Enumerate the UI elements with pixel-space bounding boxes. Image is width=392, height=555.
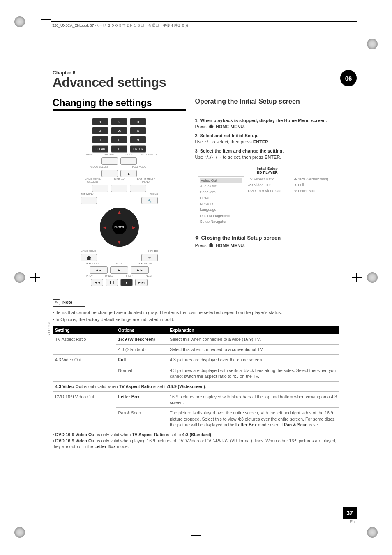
remote-key-rev: ◄◄ [90, 266, 108, 274]
ui-panel: Initial SetupBD PLAYER Video Out Audio O… [195, 164, 339, 229]
panel-left-7: Setup Navigator [200, 219, 242, 224]
panel-mid-1: 4:3 Video Out [248, 182, 291, 188]
r3-setting: 4:3 Video Out [53, 355, 116, 382]
nav-left-icon: ◄ [102, 224, 107, 230]
footnote-1: • DVD 16:9 Video Out is only valid when … [53, 432, 339, 438]
remote-key-3: 3 [130, 118, 146, 125]
remote-lbl-2nd: SECONDARY [141, 153, 158, 156]
remote-key-1: 1 [92, 118, 108, 125]
closing-press: Press [195, 243, 208, 248]
remote-lbl-disp: DISPLAY [107, 178, 131, 183]
print-metadata: 320_UXJCA_EN.book 37 ページ ２００９年２月１３日 金曜日 … [51, 23, 189, 28]
r5-option: Letter Box [116, 392, 168, 408]
note-icon: ✎ [53, 299, 60, 305]
r5-setting: DVD 16:9 Video Out [53, 392, 116, 430]
note-label: Note [62, 300, 72, 305]
step1-num: 1 [195, 118, 197, 123]
remote-key-0: 0 [111, 145, 127, 153]
r2-exp: Select this when connected to a conventi… [167, 345, 339, 355]
note-bullet-2: In Options, the factory default settings… [53, 316, 339, 323]
r4-exp: 4:3 pictures are displayed with vertical… [167, 365, 339, 381]
inter-note-a: 4:3 Video Out is only valid when TV Aspe… [53, 381, 339, 391]
nav-down-icon: ▼ [117, 239, 122, 245]
remote-key-stop: ■ [120, 279, 133, 286]
step1-home: HOME MENU [214, 124, 244, 129]
step1-text: When playback is stopped, display the Ho… [200, 118, 327, 123]
remote-lbl-fwd: ►► / ►FWD [134, 262, 158, 265]
crop-mark-br [367, 527, 378, 538]
remote-key-next: ►►| [135, 279, 148, 286]
remote-key-7: 7 [92, 136, 108, 143]
remote-lbl-pause: PAUSE [101, 275, 118, 277]
r6-option: Pan & Scan [116, 408, 168, 430]
remote-key-4: 4 [92, 127, 108, 134]
remote-key-popup [130, 185, 146, 192]
r3-exp: 4:3 pictures are displayed over the enti… [167, 355, 339, 365]
closing-heading: Closing the Initial Setup screen [201, 235, 281, 241]
nav-up-icon: ▲ [117, 209, 122, 215]
section-title-left: Changing the settings [53, 97, 186, 111]
remote-lbl-top: TOP MENU [81, 193, 118, 195]
remote-lbl-prev: PREV [81, 275, 98, 277]
panel-mid-0: TV Aspect Ratio [248, 176, 291, 182]
crosshair-right [352, 273, 362, 282]
remote-lbl-subtitle: SUBTITLE [101, 153, 118, 156]
r1-option: 16:9 (Widescreen) [116, 334, 168, 345]
step3-text: Select the item and change the setting. [200, 148, 284, 153]
page-number: 37 [343, 507, 357, 519]
panel-left-3: HDMI [200, 195, 242, 201]
closing-home: HOME MENU [214, 243, 244, 248]
chapter-number-badge: 06 [340, 70, 357, 86]
panel-title1: Initial Setup [257, 166, 278, 171]
remote-nav-ring: ▲ ▼ ◄ ► ENTER [100, 208, 139, 247]
chapter-title: Advanced settings [53, 75, 339, 90]
remote-key-return: ↶ [141, 254, 158, 261]
remote-key-vsel [101, 170, 118, 177]
crosshair-bottom [191, 530, 201, 540]
remote-lbl-video: VIDEO [120, 153, 138, 156]
panel-left-2: Speakers [200, 189, 242, 195]
footnote-2: • DVD 16:9 Video Out is only valid when … [53, 438, 339, 450]
remote-lbl-play: PLAY [107, 262, 131, 265]
r1-exp: Select this when connected to a wide (16… [167, 334, 339, 345]
panel-left-0: Video Out [200, 178, 242, 183]
panel-right-0: 16:9 (Widescreen) [294, 176, 337, 182]
step1-press: Press [195, 124, 208, 129]
remote-key-play: ► [110, 266, 128, 274]
r1-setting: TV Aspect Ratio [53, 334, 116, 355]
panel-mid-2: DVD 16:9 Video Out [248, 188, 291, 194]
remote-key-disp [111, 185, 127, 192]
remote-key-hmg [92, 185, 108, 192]
step2-text: Select and set Initial Setup. [200, 133, 258, 138]
nav-right-icon: ► [131, 224, 136, 230]
panel-right-2: Letter Box [294, 188, 337, 194]
step3-num: 3 [195, 148, 197, 153]
remote-lbl-pmode: PLAY MODE [120, 166, 158, 168]
step3-b: to select, then press [221, 155, 265, 160]
remote-key-clear: CLEAR [92, 145, 108, 153]
panel-left-4: Network [200, 201, 242, 207]
page-lang: En [350, 520, 355, 524]
r4-option: Normal [116, 365, 168, 381]
remote-key-top [81, 197, 97, 204]
crosshair-top [41, 15, 51, 25]
step3-enter: ENTER [265, 155, 280, 160]
home-icon [86, 256, 91, 260]
table-side-label: Video Out [47, 319, 51, 336]
remote-lbl-hmg: HOME MEDIA GALLERY [81, 178, 105, 183]
remote-diagram: 123 4•56 789 CLEAR0ENTER AUDIOSUBTITLEVI… [81, 118, 158, 286]
remote-key-5: •5 [111, 127, 127, 134]
crop-mark-tl [14, 16, 25, 27]
panel-right-1: Full [294, 182, 337, 188]
remote-key-audio [101, 157, 118, 165]
note-bullet-1: Items that cannot be changed are indicat… [53, 309, 339, 316]
home-icon [209, 124, 214, 128]
step2-b: to select, then press [210, 139, 253, 144]
remote-key-pause: ❚❚ [106, 279, 118, 286]
header-rule [51, 21, 357, 22]
remote-enter-center: ENTER [112, 220, 127, 234]
r5-exp: 16:9 pictures are displayed with black b… [167, 392, 339, 408]
panel-left-1: Audio Out [200, 183, 242, 189]
remote-lbl-tools: TOOLS [120, 193, 158, 195]
crop-mark-mr [367, 272, 378, 283]
